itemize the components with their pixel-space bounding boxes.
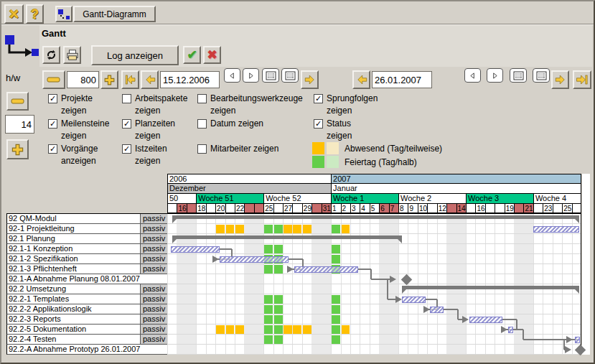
dependency-arrow-icon	[287, 266, 294, 273]
timeline-day-cell: 23	[543, 204, 552, 214]
day-number: 25	[563, 205, 571, 213]
plan-bar[interactable]	[171, 246, 220, 253]
summary-bar[interactable]	[172, 235, 403, 239]
task-status-cell: passiv	[140, 254, 167, 264]
task-status-cell: passiv	[140, 214, 167, 224]
dependency-arrow-icon	[501, 326, 507, 333]
dependency-line	[220, 248, 232, 250]
holiday-cell	[274, 295, 283, 304]
summary-bar[interactable]	[402, 286, 579, 289]
summary-bar[interactable]	[172, 215, 580, 219]
dependency-arrow-icon	[390, 276, 396, 283]
dependency-line	[444, 309, 458, 310]
timeline-year-cell: 2007	[331, 174, 581, 184]
dependency-line	[523, 330, 524, 340]
timeline-week-cell: Woche 1	[331, 194, 398, 204]
timeline-day-cell	[311, 204, 321, 214]
task-label-cell[interactable]: 92.2-A Abnahme Prototyp 26.01.2007	[6, 345, 167, 355]
task-label-cell[interactable]: 92.2-5 Dokumentation	[6, 325, 140, 335]
plan-bar[interactable]	[508, 327, 513, 333]
task-label-cell[interactable]: 92.1-A Abnahme Planung 08.01.2007	[6, 274, 167, 284]
day-number: 4	[361, 205, 365, 213]
timeline-month-cell: Januar	[331, 184, 581, 194]
task-label-cell[interactable]: 92.1-2 Spezifikation	[6, 254, 140, 264]
timeline-day-cell: 7	[389, 204, 398, 214]
timeline-day-cell: 25	[562, 204, 571, 214]
table-top-border	[6, 213, 167, 214]
holiday-cell	[332, 225, 340, 233]
task-label-cell[interactable]: 92.2 Umsetzung	[6, 284, 140, 294]
day-number: 6	[380, 205, 385, 213]
task-status-cell: passiv	[140, 294, 167, 304]
day-number: 3	[352, 205, 356, 213]
absence-cell	[342, 225, 350, 233]
holiday-cell	[332, 255, 340, 263]
plan-bar[interactable]	[402, 297, 425, 303]
task-label-cell[interactable]: 92.2-4 Testen	[6, 335, 140, 345]
dependency-arrow-icon	[565, 346, 571, 353]
timeline-day-cell	[446, 204, 456, 214]
task-label-cell[interactable]: 92.1 Planung	[6, 234, 140, 244]
holiday-cell	[274, 305, 283, 314]
timeline-week-cell: Woche 51	[196, 194, 263, 204]
day-number: 29	[304, 205, 311, 213]
absence-cell	[284, 225, 292, 233]
day-number: 14	[458, 205, 466, 213]
timeline-day-cell: 25	[263, 204, 273, 214]
plan-bar[interactable]	[469, 317, 502, 323]
holiday-cell	[274, 325, 283, 334]
dependency-arrow-icon	[395, 296, 402, 303]
plan-bar[interactable]	[575, 337, 580, 343]
timeline-day-cell: 4	[360, 204, 369, 214]
summary-notch-right	[575, 289, 579, 294]
day-number: 8	[400, 205, 404, 213]
task-label-cell[interactable]: 92.2-3 Reports	[6, 314, 140, 325]
day-number: 23	[544, 205, 552, 213]
plan-bar[interactable]	[533, 226, 579, 233]
day-number: 16	[477, 205, 484, 213]
task-status-cell: passiv	[140, 264, 167, 274]
timeline-day-cell	[485, 204, 495, 214]
task-status-cell: passiv	[140, 234, 167, 244]
day-number: 5	[371, 205, 375, 213]
timeline-day-cell: 22	[235, 204, 244, 214]
day-number: 27	[284, 205, 292, 213]
timeline-week-cell: Woche 2	[398, 194, 466, 204]
timeline-week-cell: Woche 52	[263, 194, 331, 204]
holiday-cell	[332, 325, 340, 334]
task-label-cell[interactable]: 92.1-1 Konzeption	[6, 244, 140, 254]
timeline-day-cell	[206, 204, 215, 214]
holiday-cell	[332, 335, 340, 344]
dependency-arrow-icon	[462, 316, 469, 323]
plan-bar[interactable]	[220, 256, 289, 263]
holiday-cell	[332, 305, 340, 314]
timeline-day-cell: 14	[456, 204, 466, 214]
summary-notch-left	[402, 289, 406, 294]
dependency-line	[387, 279, 388, 299]
task-label-cell[interactable]: 92.1-3 Pflichtenheft	[6, 264, 140, 274]
plan-bar[interactable]	[294, 266, 358, 273]
absence-cell	[342, 325, 350, 334]
timeline-day-cell: 16	[475, 204, 484, 214]
task-label-cell[interactable]: 92.2-2 Applikationslogik	[6, 304, 140, 314]
task-label-cell[interactable]: 92.2-1 Templates	[6, 294, 140, 304]
absence-cell	[284, 325, 292, 334]
timeline-day-cell	[244, 204, 253, 214]
dependency-line	[426, 299, 437, 300]
plan-bar[interactable]	[430, 307, 444, 313]
timeline-month-cell: Dezember	[167, 184, 331, 194]
timeline-day-cell: 10	[418, 204, 427, 214]
holiday-cell	[264, 265, 273, 274]
task-label-cell[interactable]: 92-1 Projektleitung	[6, 224, 140, 234]
day-number: 21	[525, 205, 533, 213]
timeline-day-cell	[273, 204, 283, 214]
holiday-cell	[264, 245, 273, 253]
timeline-day-cell	[254, 204, 263, 214]
dependency-line	[289, 258, 303, 260]
holiday-cell	[274, 315, 283, 324]
timeline-year-cell: 2006	[167, 174, 331, 184]
dependency-arrow-icon	[212, 256, 219, 263]
day-number: 9	[409, 205, 413, 213]
holiday-cell	[264, 335, 273, 344]
task-label-cell[interactable]: 92 QM-Modul	[6, 214, 140, 224]
